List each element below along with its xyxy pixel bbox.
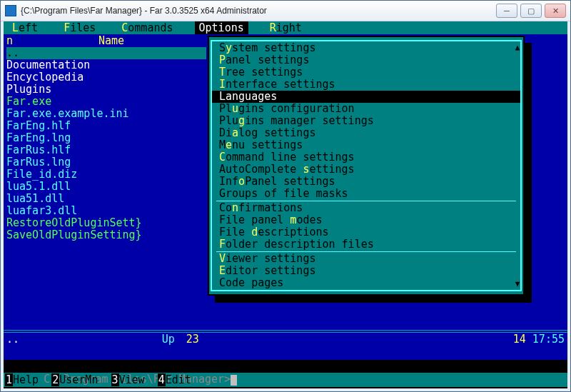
cursor-icon <box>231 375 237 386</box>
menu-item[interactable]: Editor settings <box>212 265 520 277</box>
menu-right[interactable]: Right <box>270 21 302 34</box>
menu-item[interactable]: Folder description files <box>212 238 520 251</box>
file-row[interactable]: Far.exe.example.ini <box>6 108 206 120</box>
file-row[interactable]: .. <box>6 47 206 59</box>
file-row[interactable]: lua5.1.dll <box>6 181 206 193</box>
app-icon <box>5 5 16 16</box>
summary-count: 12 <box>206 358 219 360</box>
minimize-button[interactable]: ─ <box>496 4 517 18</box>
menu-item[interactable]: Tree settings <box>212 66 520 79</box>
window-title: {C:\Program Files\Far Manager} - Far 3.0… <box>21 6 496 16</box>
status-row: .. Up 23 14 17:55 <box>6 333 565 346</box>
menu-options[interactable]: Options <box>195 21 248 34</box>
menu-item[interactable]: Menu settings <box>212 139 520 151</box>
menu-item[interactable]: Groups of file masks <box>212 188 520 200</box>
dropdown-scrollbar[interactable]: ▲ ▼ <box>515 43 520 288</box>
file-row[interactable]: FarRus.lng <box>6 156 206 169</box>
menu-item[interactable]: Interface settings <box>212 79 520 91</box>
file-row[interactable]: File_id.diz <box>6 169 206 181</box>
status-date: 14 <box>513 333 526 346</box>
menu-item[interactable]: Plugins manager settings <box>212 115 520 127</box>
fkey-1[interactable]: 1Help <box>5 373 51 386</box>
menu-item[interactable]: AutoComplete settings <box>212 164 520 176</box>
scroll-down-icon[interactable]: ▼ <box>515 279 520 288</box>
panels: n Name ..DocumentationEncyclopediaPlugin… <box>4 34 567 360</box>
file-row[interactable]: Plugins <box>6 84 206 96</box>
menu-item[interactable]: System settings <box>212 42 520 54</box>
menu-commands[interactable]: Commands <box>121 21 173 34</box>
menu-files[interactable]: Files <box>64 21 96 34</box>
menubar[interactable]: LeftFilesCommandsOptionsRight <box>4 21 567 34</box>
file-list[interactable]: ..DocumentationEncyclopediaPluginsFar.ex… <box>6 47 206 241</box>
menu-item[interactable]: InfoPanel settings <box>212 176 520 188</box>
menu-item[interactable]: Confirmations <box>212 202 520 214</box>
titlebar[interactable]: {C:\Program Files\Far Manager} - Far 3.0… <box>1 1 570 21</box>
file-row[interactable]: Encyclopedia <box>6 71 206 84</box>
summary-row: 5 724 331 bytes in 12 f <box>4 346 567 360</box>
menu-item[interactable]: Dialog settings <box>212 127 520 139</box>
console-area: LeftFilesCommandsOptionsRight n Name ..D… <box>4 21 567 388</box>
fkey-3[interactable]: 3View <box>111 373 158 386</box>
menu-item[interactable]: File descriptions <box>212 226 520 238</box>
file-row[interactable]: RestoreOldPluginSett} <box>6 217 206 229</box>
col-n: n <box>6 34 16 47</box>
menu-item[interactable]: Command line settings <box>212 151 520 164</box>
up-value: 23 <box>178 333 199 346</box>
menu-item[interactable]: File panel modes <box>212 214 520 226</box>
left-panel[interactable]: n Name ..DocumentationEncyclopediaPlugin… <box>4 34 206 241</box>
file-row[interactable]: Documentation <box>6 59 206 71</box>
close-button[interactable]: ✕ <box>545 4 566 18</box>
up-label: Up <box>24 333 178 346</box>
menu-item[interactable]: Code pages <box>212 277 520 289</box>
menu-item[interactable]: Panel settings <box>212 54 520 66</box>
file-row[interactable]: lua51.dll <box>6 193 206 205</box>
keybar[interactable]: 1Help 2UserMn 3View 4Edit <box>4 373 567 387</box>
menu-item[interactable]: Viewer settings <box>212 253 520 265</box>
file-row[interactable]: Far.exe <box>6 96 206 108</box>
summary-bytes: 5 724 331 <box>84 358 141 360</box>
file-row[interactable]: FarEng.hlf <box>6 120 206 132</box>
column-headers: n Name <box>6 34 206 47</box>
status-time: 17:55 <box>532 333 565 346</box>
options-dropdown[interactable]: System settingsPanel settingsTree settin… <box>208 36 525 296</box>
menu-left[interactable]: Left <box>12 21 38 34</box>
menu-item[interactable]: Plugins configuration <box>212 103 520 115</box>
menu-item[interactable]: Languages <box>212 91 520 103</box>
fkey-4[interactable]: 4Edit <box>158 373 204 386</box>
scroll-up-icon[interactable]: ▲ <box>515 43 520 52</box>
command-line[interactable]: C:\Program Files\Far Manager> <box>4 360 567 373</box>
maximize-button[interactable]: ▢ <box>520 4 542 18</box>
fkey-2[interactable]: 2UserMn <box>51 373 111 386</box>
current-item: .. <box>6 333 24 346</box>
file-row[interactable]: luafar3.dll <box>6 205 206 217</box>
file-row[interactable]: FarEng.lng <box>6 132 206 144</box>
window-chrome: {C:\Program Files\Far Manager} - Far 3.0… <box>0 0 571 392</box>
col-name: Name <box>16 34 206 47</box>
file-row[interactable]: FarRus.hlf <box>6 144 206 156</box>
file-row[interactable]: SaveOldPluginSetting} <box>6 229 206 241</box>
